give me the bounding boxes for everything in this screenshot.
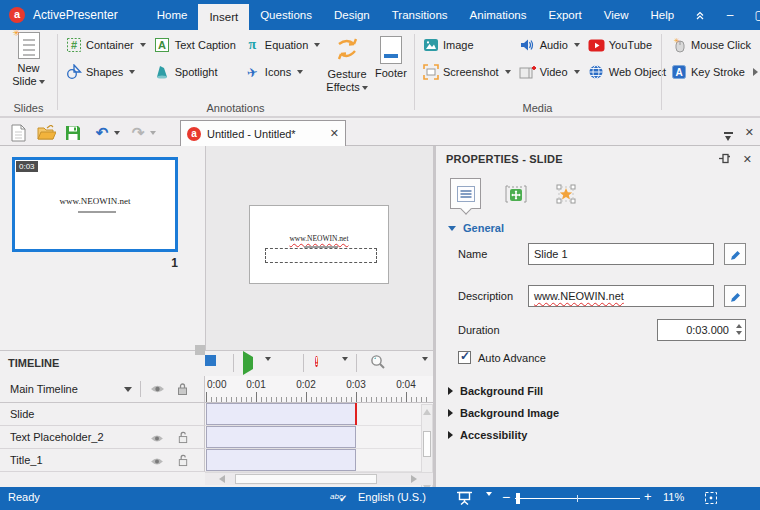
equation-button[interactable]: π Equation [241,34,323,56]
object-duration-bar[interactable] [206,449,356,471]
edit-name-button[interactable] [724,243,746,265]
track-selector-dropdown-icon[interactable] [124,387,132,392]
redo-button[interactable]: ↷ [128,123,148,143]
gesture-effects-button[interactable]: Gesture Effects [325,34,369,94]
zoom-percentage[interactable]: 11% [663,491,684,503]
slideshow-dropdown-icon[interactable] [484,496,492,508]
slideshow-icon[interactable] [456,490,473,508]
spotlight-button[interactable]: Spotlight [151,61,239,83]
accessibility-section[interactable]: Accessibility [448,429,527,441]
timeline-horizontal-scrollbar[interactable] [205,472,433,485]
redo-dropdown-icon[interactable] [146,123,158,143]
canvas-slide[interactable]: www.NEOWIN.net [249,205,389,284]
eye-icon[interactable] [150,456,164,468]
scroll-up-icon[interactable] [423,409,431,415]
eye-icon[interactable] [150,433,164,445]
collapse-ribbon-icon[interactable] [685,0,715,30]
play-dropdown-icon[interactable] [263,361,271,373]
show-all-eye-icon[interactable] [150,384,165,396]
playhead-marker[interactable] [355,403,357,425]
new-slide-button[interactable]: ✳ New Slide [0,30,57,88]
zoom-in-button[interactable]: + [644,489,652,504]
tab-insert[interactable]: Insert [198,4,249,30]
audio-button[interactable]: Audio [516,34,583,56]
lock-all-icon[interactable] [176,382,189,398]
properties-tab-size[interactable] [500,178,531,209]
language-indicator[interactable]: English (U.S.) [358,491,426,503]
footer-button[interactable]: Footer [371,34,411,94]
background-fill-section[interactable]: Background Fill [448,385,543,397]
save-button[interactable] [63,123,83,143]
properties-tab-interactivity[interactable] [550,178,581,209]
mouse-click-button[interactable]: ✳ Mouse Click [667,34,754,56]
timeline-row-text-placeholder[interactable]: Text Placeholder_2 [0,426,205,449]
spellcheck-icon[interactable]: abc✓ [330,489,347,504]
slide-thumbnail[interactable]: 0:03 www.NEOWIN.net [12,157,178,252]
zoom-slider-handle[interactable] [516,493,520,504]
undo-button[interactable]: ↶ [92,123,112,143]
name-input[interactable]: Slide 1 [528,243,714,265]
icons-button[interactable]: ✈ Icons [241,61,323,83]
duration-input[interactable]: 0:03.000 [657,319,746,341]
undo-dropdown-icon[interactable] [110,123,122,143]
general-section-header[interactable]: General [448,222,504,234]
track-selector[interactable]: Main Timeline [10,383,78,395]
slide-duration-bar[interactable] [206,403,356,425]
timeline-zoom-icon[interactable] [370,354,386,372]
scroll-right-icon[interactable] [411,475,417,483]
tab-help[interactable]: Help [639,0,685,30]
scrollbar-thumb[interactable] [235,474,377,484]
tab-design[interactable]: Design [323,0,381,30]
text-caption-button[interactable]: A Text Caption [151,34,239,56]
edit-description-button[interactable] [724,285,746,307]
description-input[interactable]: www.NEOWIN.net [528,285,714,307]
auto-advance-checkbox[interactable]: ✓ [458,351,471,364]
document-tab[interactable]: a Untitled - Untitled* ✕ [180,120,346,146]
container-button[interactable]: # Container [62,34,149,56]
new-document-button[interactable] [8,123,28,143]
image-button[interactable]: Image [419,34,514,56]
tab-animations[interactable]: Animations [459,0,538,30]
duration-spinner[interactable] [736,324,742,335]
youtube-button[interactable]: YouTube [585,34,669,56]
maximize-button[interactable]: ▢ [745,0,760,30]
open-document-button[interactable] [36,123,56,143]
document-tab-close-icon[interactable]: ✕ [330,127,339,140]
background-image-section[interactable]: Background Image [448,407,559,419]
video-button[interactable]: Video [516,61,583,83]
close-panel-icon[interactable]: ✕ [743,153,752,166]
tab-questions[interactable]: Questions [249,0,323,30]
tab-list-dropdown-icon[interactable] [724,132,733,134]
properties-tab-general[interactable] [450,178,481,209]
text-placeholder-outline[interactable] [265,248,377,263]
close-tab-bar-icon[interactable]: ✕ [745,126,754,139]
document-tab-label: Untitled - Untitled* [207,128,296,140]
fit-to-window-icon[interactable] [704,491,718,507]
tab-transitions[interactable]: Transitions [381,0,459,30]
timeline-more-dropdown-icon[interactable] [420,361,428,373]
ribbon-scroll-right-icon[interactable] [753,68,758,76]
timeline-row-slide[interactable]: Slide [0,403,205,426]
timeline-row-title[interactable]: Title_1 [0,449,205,472]
scrollbar-thumb[interactable] [423,431,431,457]
record-dropdown-icon[interactable] [340,361,348,373]
canvas[interactable]: www.NEOWIN.net [206,146,433,350]
shapes-button[interactable]: Shapes [62,61,149,83]
canvas-title-text[interactable]: www.NEOWIN.net [250,234,388,243]
play-button[interactable] [243,357,253,369]
pin-panel-icon[interactable] [718,152,731,167]
key-stroke-button[interactable]: A Key Stroke [667,61,754,83]
object-duration-bar[interactable] [206,426,356,448]
scroll-left-icon[interactable] [219,475,225,483]
tab-export[interactable]: Export [537,0,592,30]
zoom-out-button[interactable]: − [502,489,510,505]
timeline-ruler[interactable]: 0:00 0:01 0:02 0:03 0:04 [205,376,433,403]
unlock-icon[interactable] [177,431,189,446]
minimize-button[interactable]: – [715,0,745,30]
web-object-button[interactable]: Web Object [585,61,669,83]
tab-home[interactable]: Home [146,0,199,30]
record-narration-button[interactable]: ! [315,355,318,369]
screenshot-button[interactable]: Screenshot [419,61,514,83]
tab-view[interactable]: View [593,0,640,30]
unlock-icon[interactable] [177,454,189,469]
